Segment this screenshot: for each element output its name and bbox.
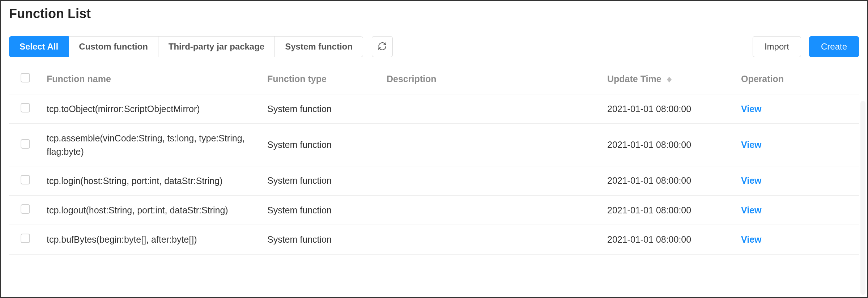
- cell-name: tcp.assemble(vinCode:String, ts:long, ty…: [42, 124, 262, 166]
- view-link[interactable]: View: [741, 140, 762, 150]
- cell-update-time: 2021-01-01 08:00:00: [602, 196, 736, 225]
- function-table: Function name Function type Description …: [9, 67, 859, 255]
- column-header-operation: Operation: [736, 67, 859, 94]
- table-header-row: Function name Function type Description …: [9, 67, 859, 94]
- column-header-type: Function type: [262, 67, 382, 94]
- cell-description: [382, 94, 602, 124]
- cell-name: tcp.toObject(mirror:ScriptObjectMirror): [42, 94, 262, 124]
- row-checkbox[interactable]: [21, 204, 30, 214]
- column-header-checkbox: [9, 67, 42, 94]
- toolbar-right: Import Create: [753, 36, 859, 57]
- header-divider: [1, 28, 867, 28]
- view-link[interactable]: View: [741, 205, 762, 215]
- cell-update-time: 2021-01-01 08:00:00: [602, 225, 736, 254]
- table-row: tcp.assemble(vinCode:String, ts:long, ty…: [9, 124, 859, 166]
- table-row: tcp.login(host:String, port:int, dataStr…: [9, 166, 859, 195]
- cell-description: [382, 225, 602, 254]
- table-body: tcp.toObject(mirror:ScriptObjectMirror) …: [9, 94, 859, 255]
- app-frame: Function List Select All Custom function…: [0, 0, 868, 298]
- page-title: Function List: [9, 6, 859, 21]
- cell-name: tcp.login(host:String, port:int, dataStr…: [42, 166, 262, 195]
- view-link[interactable]: View: [741, 175, 762, 186]
- cell-name: tcp.logout(host:String, port:int, dataSt…: [42, 196, 262, 225]
- table-row: tcp.toObject(mirror:ScriptObjectMirror) …: [9, 94, 859, 124]
- cell-name: tcp.bufBytes(begin:byte[], after:byte[]): [42, 225, 262, 254]
- create-button[interactable]: Create: [809, 36, 859, 57]
- column-header-name: Function name: [42, 67, 262, 94]
- column-header-update-time[interactable]: Update Time: [602, 67, 736, 94]
- cell-update-time: 2021-01-01 08:00:00: [602, 124, 736, 166]
- cell-update-time: 2021-01-01 08:00:00: [602, 166, 736, 195]
- import-button[interactable]: Import: [753, 36, 801, 57]
- cell-type: System function: [262, 94, 382, 124]
- cell-description: [382, 166, 602, 195]
- cell-update-time: 2021-01-01 08:00:00: [602, 94, 736, 124]
- refresh-icon: [378, 42, 387, 52]
- select-all-checkbox[interactable]: [21, 73, 30, 82]
- tab-system-function[interactable]: System function: [275, 36, 363, 57]
- filter-tab-group: Select All Custom function Third-party j…: [9, 36, 363, 57]
- row-checkbox[interactable]: [21, 175, 30, 184]
- column-header-description: Description: [382, 67, 602, 94]
- tab-custom-function[interactable]: Custom function: [69, 36, 158, 57]
- column-header-update-time-label: Update Time: [607, 74, 661, 84]
- view-link[interactable]: View: [741, 234, 762, 244]
- table-row: tcp.bufBytes(begin:byte[], after:byte[])…: [9, 225, 859, 254]
- tab-third-party-jar[interactable]: Third-party jar package: [158, 36, 275, 57]
- vertical-scrollbar[interactable]: [860, 101, 865, 295]
- toolbar: Select All Custom function Third-party j…: [9, 36, 859, 57]
- cell-type: System function: [262, 225, 382, 254]
- cell-description: [382, 196, 602, 225]
- row-checkbox[interactable]: [21, 103, 30, 112]
- cell-type: System function: [262, 124, 382, 166]
- view-link[interactable]: View: [741, 104, 762, 114]
- table-row: tcp.logout(host:String, port:int, dataSt…: [9, 196, 859, 225]
- tab-select-all[interactable]: Select All: [9, 36, 69, 57]
- cell-description: [382, 124, 602, 166]
- cell-type: System function: [262, 166, 382, 195]
- toolbar-left: Select All Custom function Third-party j…: [9, 36, 393, 57]
- refresh-button[interactable]: [372, 36, 393, 57]
- row-checkbox[interactable]: [21, 139, 30, 149]
- row-checkbox[interactable]: [21, 234, 30, 243]
- sort-icon: [667, 77, 672, 82]
- cell-type: System function: [262, 196, 382, 225]
